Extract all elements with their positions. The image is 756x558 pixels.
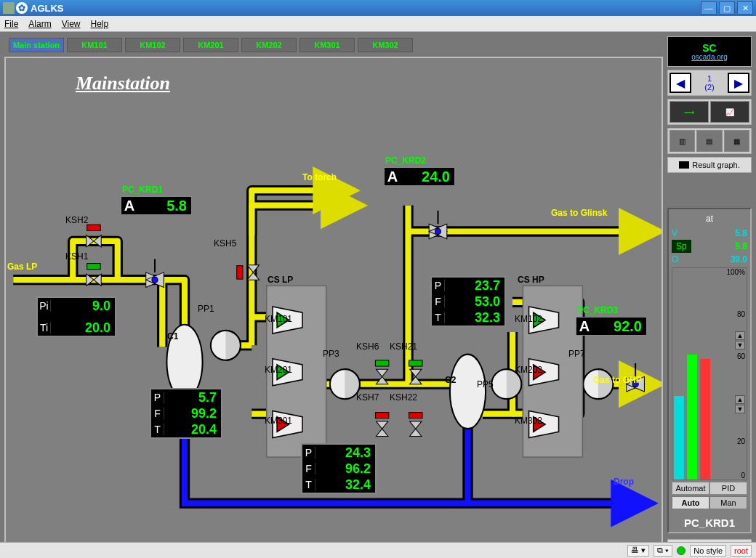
logo-box[interactable]: SC oscada.org: [667, 36, 752, 67]
tab-km201[interactable]: KM201: [183, 38, 238, 52]
svg-rect-12: [87, 264, 100, 270]
print-button[interactable]: 🖶 ▾: [627, 545, 649, 557]
c2-f-value: 53.0: [445, 294, 504, 310]
controller-name: PC_KRD1: [672, 517, 747, 529]
pc-krd3-display[interactable]: A 92.0: [576, 317, 647, 336]
c1-f-label: F: [151, 408, 164, 419]
workspace: Main station KM101 KM102 KM201 KM202 KM3…: [0, 32, 756, 558]
ctrl-v-value: 5.8: [735, 227, 747, 240]
out-up-button[interactable]: ▲: [735, 395, 745, 404]
pc-krd1-value: 5.8: [137, 198, 191, 214]
pc-krd2-display[interactable]: A 24.0: [384, 167, 455, 186]
tool-valve-button[interactable]: ⟿: [669, 101, 709, 123]
tab-km101[interactable]: KM101: [67, 38, 122, 52]
tool-row-2: ▥ ▤ ▦: [667, 128, 752, 154]
pc-krd2-value: 24.0: [401, 169, 454, 185]
pp3-p-label: P: [302, 447, 315, 458]
tab-main-station[interactable]: Main station: [9, 38, 64, 52]
label-c1: C1: [167, 331, 178, 341]
tab-km302[interactable]: KM302: [358, 38, 413, 52]
nav-next-button[interactable]: ▶: [728, 73, 749, 93]
settings-icon[interactable]: ✿: [16, 2, 28, 14]
ctrl-mode-auto[interactable]: Auto: [672, 496, 709, 509]
label-km102: KM102: [515, 314, 542, 324]
ctrl-tab-pid[interactable]: PID: [709, 482, 747, 495]
label-ksh7: KSH7: [356, 392, 379, 403]
label-pp7: PP7: [568, 349, 585, 359]
menu-bar: File Alarm View Help: [0, 16, 756, 32]
logo-text: SC: [702, 43, 716, 53]
c2-f-label: F: [432, 296, 445, 307]
pc-krd3-value: 92.0: [592, 318, 646, 335]
label-drop: Drop: [614, 477, 634, 487]
nav-count: 1(2): [704, 74, 714, 92]
station-tabs: Main station KM101 KM102 KM201 KM202 KM3…: [4, 36, 663, 54]
svg-point-1: [450, 355, 486, 429]
ctrl-sp-value[interactable]: 5.8: [735, 240, 747, 253]
tool-row-1: ⟿ 📈: [667, 99, 752, 125]
pc-krd3-label: PC_KRD3: [577, 305, 618, 315]
menu-view[interactable]: View: [62, 19, 81, 29]
sp-up-button[interactable]: ▲: [735, 331, 745, 340]
mnemonic-canvas[interactable]: Mainstation: [4, 57, 663, 554]
user-indicator[interactable]: root: [731, 545, 752, 557]
menu-help[interactable]: Help: [90, 19, 108, 29]
ctrl-v-label: V: [672, 227, 677, 240]
inlet-ti-value: 20.0: [51, 320, 115, 336]
c1-out-display[interactable]: P5.7 F99.2 T20.4: [150, 388, 222, 439]
close-button[interactable]: ✕: [737, 1, 753, 15]
tab-km102[interactable]: KM102: [125, 38, 180, 52]
c2-in-display[interactable]: P23.7 F53.0 T32.3: [430, 276, 506, 327]
tab-km202[interactable]: KM202: [241, 38, 297, 52]
minimize-button[interactable]: —: [701, 1, 717, 15]
pc-krd3-mode: A: [576, 318, 592, 335]
ctrl-o-value: 39.0: [731, 253, 747, 266]
controller-mode: Auto Man: [672, 496, 747, 509]
c2-t-label: T: [432, 312, 445, 323]
label-pp5: PP5: [477, 379, 494, 389]
ctrl-mode-man[interactable]: Man: [709, 496, 747, 509]
bar-v: [674, 396, 684, 480]
pp3-t-value: 32.4: [315, 477, 375, 493]
pc-krd1-display[interactable]: A 5.8: [121, 196, 192, 215]
c1-f-value: 99.2: [164, 406, 221, 421]
label-gas-ghp: Gas to GHP: [593, 375, 642, 385]
out-down-button[interactable]: ▼: [735, 405, 745, 413]
bar-sp: [687, 355, 697, 480]
pc-krd1-label: PC_KRD1: [122, 185, 163, 195]
style-selector[interactable]: No style: [690, 545, 726, 557]
label-c2: C2: [445, 375, 456, 385]
c1-p-value: 5.7: [164, 390, 221, 405]
label-ksh22: KSH22: [390, 392, 417, 403]
pp3-out-display[interactable]: P24.3 F96.2 T32.4: [301, 443, 377, 494]
maximize-button[interactable]: ▢: [719, 1, 735, 15]
pp3-t-label: T: [302, 479, 315, 490]
tool-overview-button[interactable]: ▥: [669, 130, 695, 152]
menu-file[interactable]: File: [4, 19, 18, 29]
pc-krd2-label: PC_KRD2: [385, 155, 426, 166]
tab-km301[interactable]: KM301: [299, 38, 355, 52]
label-to-torch: To torch: [302, 172, 337, 182]
label-km302: KM302: [515, 416, 542, 426]
pc-krd1-mode: A: [121, 198, 137, 214]
label-ksh2: KSH2: [65, 215, 88, 225]
export-button[interactable]: ⧉ ▾: [654, 545, 672, 557]
controller-bargraph: 100% 80 60 40 20 0 ▲ ▼ ▲ ▼: [672, 267, 747, 480]
label-ksh5: KSH5: [214, 238, 236, 248]
label-pp1: PP1: [198, 304, 214, 314]
svg-rect-16: [409, 360, 422, 366]
menu-alarm[interactable]: Alarm: [28, 19, 51, 29]
ctrl-tab-automat[interactable]: Automat: [672, 482, 709, 495]
label-km101: KM101: [265, 314, 292, 324]
tool-mnemonic-button[interactable]: ▤: [696, 130, 722, 152]
inlet-display[interactable]: Pi9.0 Ti20.0: [36, 296, 116, 337]
nav-prev-button[interactable]: ◀: [669, 73, 691, 93]
label-km201: KM201: [265, 365, 292, 375]
sp-down-button[interactable]: ▼: [735, 341, 745, 349]
tool-doc-button[interactable]: ▦: [724, 130, 749, 152]
svg-point-6: [152, 277, 158, 283]
sp-arrows: ▲ ▼: [735, 331, 745, 349]
svg-rect-13: [87, 225, 100, 230]
result-graph-button[interactable]: Result graph.: [667, 157, 752, 173]
tool-trend-button[interactable]: 📈: [710, 101, 749, 123]
